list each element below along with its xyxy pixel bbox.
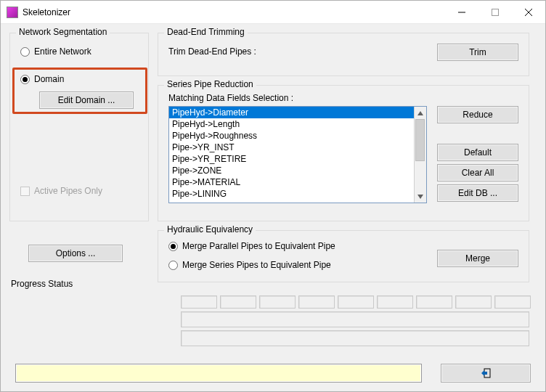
window: Skeletonizer Network Segmentation Entire…: [0, 0, 546, 392]
clear-all-button[interactable]: Clear All: [437, 164, 518, 181]
trim-label: Trim Dead-End Pipes :: [168, 46, 256, 57]
scroll-up-icon[interactable]: [414, 107, 426, 119]
button-label: Options ...: [56, 248, 96, 258]
checkbox-box: [20, 187, 30, 196]
reduce-button[interactable]: Reduce: [437, 106, 518, 123]
status-bar: [15, 364, 422, 383]
app-icon: [7, 7, 18, 18]
list-item[interactable]: Pipe->LINING: [169, 188, 414, 200]
svg-marker-7: [481, 370, 487, 376]
button-label: Edit DB ...: [458, 188, 497, 198]
group-dead-end-trimming: Dead-End Trimming Trim Dead-End Pipes : …: [158, 33, 529, 76]
progress-cells: [181, 295, 531, 309]
svg-line-2: [525, 9, 532, 16]
list-item[interactable]: PipeHyd->Length: [169, 118, 414, 130]
progress-cell: [338, 295, 374, 309]
progress-cell: [416, 295, 452, 309]
scrollbar-thumb[interactable]: [415, 119, 425, 161]
progress-bar-2: [181, 330, 529, 346]
progress-cell: [298, 295, 335, 309]
radio-label: Entire Network: [34, 46, 91, 57]
maximize-button[interactable]: [478, 1, 512, 23]
radio-indicator: [168, 261, 178, 270]
merge-button[interactable]: Merge: [437, 250, 518, 267]
group-caption: Network Segmentation: [16, 27, 110, 37]
options-button[interactable]: Options ...: [28, 245, 123, 262]
radio-indicator: [20, 47, 30, 57]
fields-label: Matching Data Fields Selection :: [168, 93, 293, 103]
radio-indicator: [168, 242, 178, 251]
scroll-down-icon[interactable]: [414, 190, 426, 203]
group-caption: Dead-End Trimming: [164, 27, 248, 37]
progress-bar-1: [181, 311, 529, 327]
button-label: Default: [464, 147, 492, 158]
radio-label: Merge Parallel Pipes to Equivalent Pipe: [182, 241, 335, 251]
group-caption: Hydraulic Equivalency: [164, 224, 256, 234]
group-caption: Series Pipe Reduction: [164, 79, 256, 89]
group-caption: Progress Status: [9, 279, 74, 289]
exit-button[interactable]: [441, 364, 531, 383]
titlebar: Skeletonizer: [1, 1, 545, 24]
group-series-pipe-reduction: Series Pipe Reduction Matching Data Fiel…: [158, 85, 529, 221]
svg-marker-5: [417, 195, 423, 199]
list-item[interactable]: Pipe->ZONE: [169, 165, 414, 176]
close-button[interactable]: [512, 1, 545, 23]
list-item[interactable]: PipeHyd->Diameter: [169, 107, 414, 118]
svg-rect-1: [492, 9, 499, 15]
list-item[interactable]: Pipe->YR_RETIRE: [169, 153, 414, 165]
checkbox-active-pipes-only: Active Pipes Only: [20, 186, 102, 196]
scrollbar[interactable]: [414, 107, 426, 203]
minimize-button[interactable]: [445, 1, 478, 23]
progress-cell: [494, 295, 531, 309]
trim-button[interactable]: Trim: [437, 44, 518, 61]
list-item[interactable]: Pipe->MATERIAL: [169, 176, 414, 188]
progress-cell: [181, 295, 217, 309]
button-label: Merge: [465, 253, 490, 264]
radio-entire-network[interactable]: Entire Network: [20, 46, 91, 57]
list-item[interactable]: Pipe->YR_INST: [169, 142, 414, 153]
listbox-data-fields[interactable]: PipeHyd->Diameter PipeHyd->Length PipeHy…: [168, 106, 427, 203]
group-progress-status: Progress Status: [9, 285, 529, 349]
progress-cell: [377, 295, 413, 309]
group-hydraulic-equivalency: Hydraulic Equivalency Merge Parallel Pip…: [158, 230, 529, 282]
button-label: Clear All: [462, 168, 494, 178]
window-title: Skeletonizer: [23, 7, 445, 17]
svg-marker-4: [417, 111, 423, 115]
edit-db-button[interactable]: Edit DB ...: [437, 184, 518, 202]
radio-domain[interactable]: Domain: [20, 74, 64, 84]
group-network-segmentation: Network Segmentation Entire Network Doma…: [9, 33, 149, 221]
default-button[interactable]: Default: [437, 144, 518, 161]
radio-indicator: [20, 75, 30, 84]
radio-label: Domain: [34, 74, 64, 84]
radio-label: Merge Series Pipes to Equivalent Pipe: [182, 260, 331, 270]
edit-domain-button[interactable]: Edit Domain ...: [39, 91, 134, 109]
radio-merge-series[interactable]: Merge Series Pipes to Equivalent Pipe: [168, 260, 331, 270]
button-label: Edit Domain ...: [58, 95, 115, 105]
radio-merge-parallel[interactable]: Merge Parallel Pipes to Equivalent Pipe: [168, 241, 335, 251]
checkbox-label: Active Pipes Only: [34, 186, 102, 196]
exit-icon: [479, 368, 492, 378]
progress-cell: [220, 295, 256, 309]
listbox-items: PipeHyd->Diameter PipeHyd->Length PipeHy…: [169, 107, 414, 203]
client-area: Network Segmentation Entire Network Doma…: [1, 24, 545, 391]
svg-line-3: [525, 9, 532, 16]
button-label: Trim: [469, 47, 486, 57]
list-item[interactable]: PipeHyd->Roughness: [169, 130, 414, 142]
progress-cell: [259, 295, 296, 309]
progress-cell: [455, 295, 492, 309]
button-label: Reduce: [463, 110, 492, 120]
